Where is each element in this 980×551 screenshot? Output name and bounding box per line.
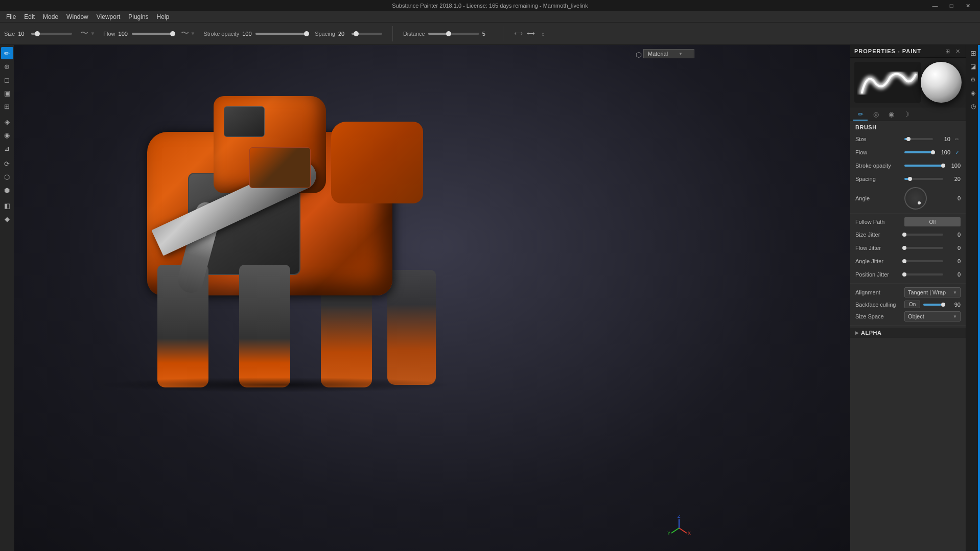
tab-brush[interactable]: ✏ — [853, 108, 868, 121]
toolbar-sep1 — [392, 26, 393, 41]
armor-detail-1 — [249, 147, 311, 188]
stroke-opacity-row: Stroke opacity 100 — [850, 159, 966, 172]
stroke-opacity-slider[interactable] — [255, 33, 307, 35]
brush-stroke-canvas — [854, 62, 921, 103]
backface-culling-slider[interactable] — [923, 304, 943, 306]
backface-culling-value: 90 — [946, 302, 961, 308]
size-space-arrow-icon: ▼ — [953, 314, 957, 319]
menu-help[interactable]: Help — [153, 12, 174, 21]
textures-icon-btn[interactable]: ◪ — [967, 60, 979, 73]
size-space-dropdown[interactable]: Object ▼ — [904, 311, 961, 322]
svg-line-0 — [679, 528, 687, 533]
toolbar: Size 10 〜 ▼ Flow 100 〜 ▼ Stroke opacity … — [0, 22, 980, 45]
menu-window[interactable]: Window — [62, 12, 92, 21]
flow-value: 100 — [119, 31, 129, 37]
symmetry-x-btn[interactable]: ⟺ — [514, 29, 524, 39]
angle-row: Angle 0 — [850, 186, 966, 211]
flow-prop-slider[interactable] — [904, 151, 933, 153]
viewport[interactable]: ⬡ ◈ ⊞ ◻ Material ▼ X Y Z — [14, 45, 850, 551]
panel-close-btn[interactable]: ✕ — [953, 47, 962, 55]
angle-jitter-value: 0 — [946, 258, 961, 264]
stroke-opacity-prop-slider[interactable] — [904, 165, 943, 167]
close-button[interactable]: ✕ — [960, 0, 976, 11]
transform-tool-btn[interactable]: ⟳ — [1, 157, 13, 170]
distance-slider[interactable] — [428, 33, 479, 35]
flow-jitter-slider[interactable] — [904, 247, 943, 249]
dodge-tool-btn[interactable]: ◉ — [1, 129, 13, 141]
menu-plugins[interactable]: Plugins — [124, 12, 152, 21]
brush-style-btn[interactable]: 〜 ▼ — [80, 28, 95, 39]
position-jitter-label: Position Jitter — [855, 271, 901, 278]
settings-icon-btn[interactable]: ⚙ — [967, 74, 979, 86]
eraser-tool-btn[interactable]: ◻ — [1, 74, 13, 86]
size-edit-icon[interactable]: ✏ — [953, 135, 961, 143]
alignment-dropdown[interactable]: Tangent | Wrap ▼ — [904, 287, 961, 297]
position-jitter-slider[interactable] — [904, 273, 943, 276]
tab-effects[interactable]: ☽ — [899, 108, 914, 121]
smudge-tool-btn[interactable]: ◈ — [1, 116, 13, 128]
uv-tool-btn[interactable]: ◧ — [1, 199, 13, 212]
size-jitter-slider[interactable] — [904, 234, 943, 236]
size-prop-slider[interactable] — [904, 138, 933, 140]
tab-opacity[interactable]: ◉ — [884, 108, 898, 121]
menu-edit[interactable]: Edit — [20, 12, 39, 21]
size-space-row: Size Space Object ▼ — [850, 310, 966, 323]
effects-icon-btn[interactable]: ◈ — [967, 87, 979, 99]
stroke-opacity-label: Stroke opacity — [203, 31, 239, 37]
angle-prop-value: 0 — [946, 195, 961, 201]
spacing-slider[interactable] — [352, 33, 382, 35]
app-title: Substance Painter 2018.1.0 - License: 16… — [392, 3, 588, 9]
flow-row: Flow 100 ✓ — [850, 146, 966, 159]
size-space-value: Object — [908, 313, 924, 319]
position-jitter-value: 0 — [946, 271, 961, 278]
spacing-label: Spacing — [315, 31, 335, 37]
svg-text:Z: Z — [678, 515, 681, 519]
alpha-section-header[interactable]: ▶ ALPHA — [850, 328, 966, 338]
size-slider[interactable] — [31, 33, 72, 35]
symmetry-z-btn[interactable]: ↕ — [538, 29, 548, 39]
spacing-prop-slider[interactable] — [904, 178, 943, 180]
history-icon-btn[interactable]: ◷ — [967, 100, 979, 112]
measure-tool-btn[interactable]: ⊿ — [1, 142, 13, 154]
select-tool-btn[interactable]: ⊕ — [1, 60, 13, 73]
size-prop-value: 10 — [936, 136, 950, 142]
size-jitter-value: 0 — [946, 232, 961, 238]
alignment-row: Alignment Tangent | Wrap ▼ — [850, 286, 966, 299]
backface-culling-toggle[interactable]: On — [904, 301, 920, 308]
flow-slider[interactable] — [132, 33, 173, 35]
picker-tool-btn[interactable]: ◆ — [1, 213, 13, 225]
follow-path-toggle[interactable]: Off — [904, 217, 961, 226]
tab-material[interactable]: ◎ — [869, 108, 883, 121]
back-right-leg — [387, 270, 436, 385]
menu-mode[interactable]: Mode — [39, 12, 62, 21]
paint-tool-btn[interactable]: ✏ — [1, 47, 13, 59]
mask-tool-btn[interactable]: ⬡ — [1, 171, 13, 183]
right-side-panel: PROPERTIES - PAINT ⊞ ✕ — [850, 45, 980, 551]
fill-tool-btn[interactable]: ▣ — [1, 87, 13, 99]
head-panel — [224, 106, 265, 137]
angle-prop-label: Angle — [855, 195, 901, 201]
layers-icon-btn[interactable]: ⊞ — [967, 47, 979, 59]
size-group: Size 10 — [4, 31, 72, 37]
flow-check-icon[interactable]: ✓ — [953, 149, 961, 156]
alpha-title: ALPHA — [861, 330, 881, 336]
clone-tool-btn[interactable]: ⊞ — [1, 100, 13, 112]
angle-jitter-slider[interactable] — [904, 260, 943, 262]
angle-dial[interactable] — [904, 187, 927, 210]
spacing-row: Spacing 20 — [850, 172, 966, 186]
alignment-arrow-icon: ▼ — [953, 290, 957, 295]
maximize-button[interactable]: □ — [943, 0, 960, 11]
minimize-button[interactable]: — — [927, 0, 943, 11]
menu-viewport[interactable]: Viewport — [92, 12, 124, 21]
blue-accent-line — [978, 45, 980, 551]
flow-style-btn[interactable]: 〜 ▼ — [181, 28, 196, 39]
panel-expand-btn[interactable]: ⊞ — [943, 47, 951, 55]
position-jitter-row: Position Jitter 0 — [850, 268, 966, 281]
material-dropdown[interactable]: Material ▼ — [643, 49, 694, 58]
menu-file[interactable]: File — [2, 12, 20, 21]
angle-jitter-row: Angle Jitter 0 — [850, 255, 966, 268]
spacing-prop-label: Spacing — [855, 176, 901, 182]
geometry-tool-btn[interactable]: ⬢ — [1, 184, 13, 196]
menubar: File Edit Mode Window Viewport Plugins H… — [0, 11, 980, 22]
symmetry-y-btn[interactable]: ⟷ — [526, 29, 536, 39]
